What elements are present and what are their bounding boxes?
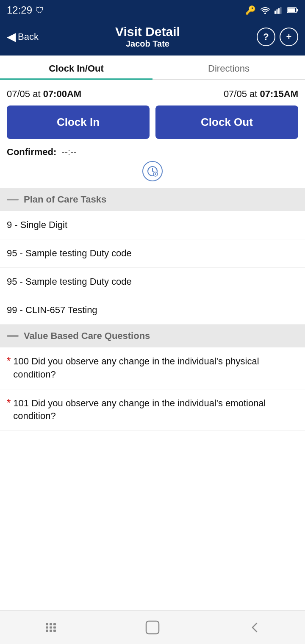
value-based-care-section-header: Value Based Care Questions	[0, 325, 305, 347]
edit-time-button[interactable]	[142, 161, 163, 181]
content-spacer	[0, 431, 305, 516]
questions-list: * 100 Did you observe any change in the …	[0, 347, 305, 431]
svg-rect-15	[53, 623, 56, 625]
nav-menu-button[interactable]	[38, 615, 64, 640]
signal-icon	[274, 6, 283, 14]
required-star-icon: *	[7, 355, 11, 381]
key-icon: 🔑	[245, 5, 256, 15]
time-display: 12:29	[7, 4, 32, 16]
svg-rect-19	[46, 630, 48, 632]
clock-out-time: 07/05 at 07:15AM	[224, 89, 298, 100]
main-content: 07/05 at 07:00AM 07/05 at 07:15AM Clock …	[0, 80, 305, 610]
svg-rect-18	[53, 626, 56, 628]
add-icon: +	[286, 31, 292, 42]
status-bar: 12:29 🛡 🔑	[0, 0, 305, 20]
clock-in-time: 07/05 at 07:00AM	[7, 89, 81, 100]
tab-directions[interactable]: Directions	[152, 56, 305, 79]
required-star-icon: *	[7, 397, 11, 423]
clock-buttons: Clock In Clock Out	[7, 105, 298, 139]
svg-rect-3	[280, 7, 282, 14]
svg-rect-5	[297, 9, 298, 11]
header-title-block: Visit Detail Jacob Tate	[39, 25, 257, 49]
status-time: 12:29 🛡	[7, 4, 44, 16]
question-text: 100 Did you observe any change in the in…	[13, 355, 298, 381]
svg-rect-2	[278, 8, 280, 14]
clock-out-button[interactable]: Clock Out	[155, 105, 298, 139]
svg-rect-21	[53, 630, 56, 632]
tabs: Clock In/Out Directions	[0, 56, 305, 80]
clock-section: 07/05 at 07:00AM 07/05 at 07:15AM Clock …	[0, 80, 305, 188]
svg-rect-16	[46, 626, 48, 628]
tasks-list: 9 - Single Digit 95 - Sample testing Dut…	[0, 211, 305, 325]
svg-rect-22	[146, 621, 159, 634]
plan-of-care-title: Plan of Care Tasks	[24, 194, 106, 205]
question-text: 101 Did you observe any change in the in…	[13, 397, 298, 423]
svg-rect-0	[274, 11, 276, 14]
bottom-navigation	[0, 610, 305, 644]
back-label: Back	[18, 31, 39, 42]
svg-rect-13	[46, 623, 48, 625]
task-item[interactable]: 95 - Sample testing Duty code	[0, 239, 305, 268]
confirmed-value: --:--	[61, 147, 76, 158]
task-item[interactable]: 9 - Single Digit	[0, 211, 305, 239]
help-button[interactable]: ?	[257, 28, 275, 46]
section-line-icon	[7, 199, 19, 200]
task-item[interactable]: 95 - Sample testing Duty code	[0, 268, 305, 296]
help-icon: ?	[263, 31, 269, 42]
clock-in-button[interactable]: Clock In	[7, 105, 150, 139]
tab-clock-in-out[interactable]: Clock In/Out	[0, 56, 152, 79]
value-based-care-title: Value Based Care Questions	[24, 330, 150, 341]
section-line-icon	[7, 335, 19, 337]
back-button[interactable]: ◀ Back	[7, 30, 39, 44]
nav-home-button[interactable]	[140, 615, 165, 640]
question-item[interactable]: * 101 Did you observe any change in the …	[0, 389, 305, 431]
svg-rect-1	[277, 9, 278, 14]
back-arrow-icon: ◀	[7, 30, 16, 44]
header-actions: ? +	[257, 28, 298, 46]
nav-back-button[interactable]	[241, 615, 267, 640]
svg-rect-14	[50, 623, 52, 625]
battery-icon	[287, 7, 298, 13]
task-item[interactable]: 99 - CLIN-657 Testing	[0, 296, 305, 325]
svg-rect-6	[288, 8, 295, 12]
add-button[interactable]: +	[280, 28, 298, 46]
plan-of-care-section-header: Plan of Care Tasks	[0, 188, 305, 211]
confirmed-label: Confirmed:	[7, 147, 56, 158]
svg-rect-20	[50, 630, 52, 632]
status-icons: 🔑	[245, 5, 298, 15]
svg-rect-17	[50, 626, 52, 628]
clock-times: 07/05 at 07:00AM 07/05 at 07:15AM	[7, 89, 298, 100]
wifi-icon	[260, 6, 270, 14]
edit-icon-wrap	[7, 161, 298, 181]
question-item[interactable]: * 100 Did you observe any change in the …	[0, 347, 305, 389]
header: ◀ Back Visit Detail Jacob Tate ? +	[0, 20, 305, 56]
patient-name: Jacob Tate	[39, 39, 257, 49]
confirmed-row: Confirmed: --:--	[7, 147, 298, 158]
shield-icon: 🛡	[36, 6, 44, 15]
page-title: Visit Detail	[39, 25, 257, 39]
